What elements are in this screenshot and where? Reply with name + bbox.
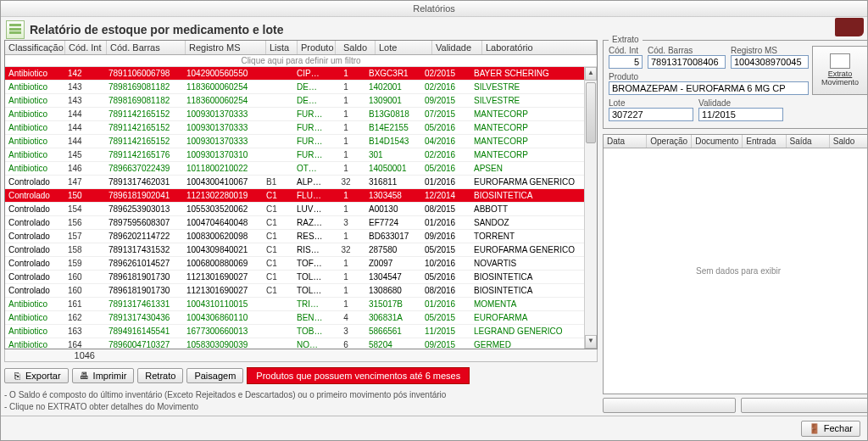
- table-row[interactable]: Antibiotico14478911421651521009301370333…: [5, 121, 584, 135]
- table-row[interactable]: Antibiotico14278911060067981042900560550…: [5, 67, 584, 81]
- grid-scrollbar[interactable]: ▲ ▼: [584, 67, 597, 349]
- table-row[interactable]: Controlado15678975956083071004704640048C…: [5, 216, 584, 230]
- table-row[interactable]: Antibiotico14578911421651761009301370310…: [5, 148, 584, 162]
- cell: DERMACERIUM HS GEL 1 % GEL 15G: [293, 94, 326, 107]
- table-row[interactable]: Controlado15078961819020411121302280019C…: [5, 189, 584, 203]
- cell: 1009301370333: [183, 121, 263, 134]
- cell: C1: [263, 257, 293, 270]
- cell: 7897595608307: [105, 216, 183, 229]
- table-row[interactable]: Antibiotico14478911421651521009301370333…: [5, 135, 584, 148]
- extrato-cod-input[interactable]: [609, 55, 643, 69]
- cell: 7896253903013: [105, 203, 183, 215]
- ext-col-data[interactable]: Data: [604, 135, 647, 148]
- close-button[interactable]: 🚪Fechar: [801, 421, 860, 437]
- cell: 1: [326, 148, 365, 161]
- window: Relatórios Relatório de estoque por medi…: [0, 0, 868, 441]
- ext-col-saida[interactable]: Saída: [787, 135, 830, 148]
- cell: 1: [326, 203, 365, 215]
- col-lote[interactable]: Lote: [376, 41, 432, 54]
- cell: C1: [263, 284, 293, 297]
- table-row[interactable]: Controlado15778962021147221008300620098C…: [5, 230, 584, 243]
- extrato-lote-input[interactable]: [609, 108, 693, 121]
- landscape-button[interactable]: Paisagem: [186, 368, 243, 383]
- table-row[interactable]: Antibiotico16278913174304361004306860110…: [5, 311, 584, 325]
- table-row[interactable]: Controlado15878913174315321004309840021C…: [5, 243, 584, 257]
- cell: Antibiotico: [5, 81, 64, 93]
- cell: 1121301690027: [183, 271, 263, 283]
- cell: DERMACERIUM HS GEL 1 % GEL 15G: [293, 81, 326, 93]
- cell: [263, 67, 293, 80]
- table-row[interactable]: Controlado15478962539030131055303520062C…: [5, 203, 584, 216]
- cell: 7891317430436: [105, 311, 183, 324]
- table-row[interactable]: Antibiotico16378949161455411677300660013…: [5, 325, 584, 338]
- filter-hint[interactable]: Clique aqui para definir um filtro: [5, 55, 597, 67]
- cell: 1058303090039: [183, 338, 263, 349]
- ext-col-operacao[interactable]: Operação: [647, 135, 692, 148]
- cell: 164: [64, 338, 105, 349]
- cell: 1: [326, 81, 365, 93]
- cell: 05/2015: [421, 243, 470, 256]
- extrato-produto-input[interactable]: [609, 81, 809, 95]
- cell: 1303458: [365, 189, 421, 202]
- col-laboratorio[interactable]: Laboratório: [482, 41, 597, 54]
- table-row[interactable]: Controlado15978962610145271006800880069C…: [5, 257, 584, 271]
- table-row[interactable]: Antibiotico14478911421651521009301370333…: [5, 108, 584, 121]
- cell: 4: [326, 311, 365, 324]
- cell: 161: [64, 298, 105, 310]
- scroll-up-icon[interactable]: ▲: [585, 67, 597, 81]
- table-row[interactable]: Antibiotico14678966370224391011800210022…: [5, 162, 584, 176]
- grid-header[interactable]: Classificação Cód. Int Cód. Barras Regis…: [5, 41, 597, 55]
- col-validade[interactable]: Validade: [432, 41, 482, 54]
- export-button[interactable]: ⎘Exportar: [4, 368, 69, 383]
- window-title: Relatórios: [1, 1, 867, 17]
- extrato-registro-input[interactable]: [731, 55, 809, 69]
- cell: C1: [263, 189, 293, 202]
- grid-body[interactable]: Antibiotico14278911060067981042900560550…: [5, 67, 584, 349]
- ext-col-entrada[interactable]: Entrada: [743, 135, 786, 148]
- cell: 08/2016: [421, 284, 470, 297]
- cell: 145: [64, 148, 105, 161]
- cell: 7891106006798: [105, 67, 183, 80]
- col-classificacao[interactable]: Classificação: [5, 41, 65, 54]
- cell: 11/2015: [421, 325, 470, 338]
- col-saldo[interactable]: Saldo: [336, 41, 376, 54]
- extrato-validade-input[interactable]: [698, 108, 783, 121]
- ext-col-documento[interactable]: Documento: [692, 135, 743, 148]
- extrato-action-1[interactable]: [603, 398, 736, 413]
- scroll-thumb[interactable]: [586, 82, 596, 143]
- col-lista[interactable]: Lista: [266, 41, 298, 54]
- table-row[interactable]: Antibiotico16478960047103271058303090039…: [5, 338, 584, 349]
- cell: 7898169081182: [105, 94, 183, 107]
- print-button[interactable]: 🖶Imprimir: [72, 368, 135, 383]
- cell: 1: [326, 94, 365, 107]
- cell: 58204: [365, 338, 421, 349]
- table-row[interactable]: Antibiotico16178913174613311004310110015…: [5, 298, 584, 311]
- cell: 02/2015: [421, 67, 470, 80]
- portrait-button[interactable]: Retrato: [137, 368, 183, 383]
- extrato-barras-input[interactable]: [648, 55, 726, 69]
- ext-col-saldo[interactable]: Saldo: [830, 135, 868, 148]
- cell: 1042900560550: [183, 67, 263, 80]
- cell: Antibiotico: [5, 311, 64, 324]
- cell: 1402001: [365, 81, 421, 93]
- report-icon: [6, 20, 25, 39]
- table-row[interactable]: Antibiotico14378981690811821183600060254…: [5, 81, 584, 94]
- cell: 7896004710327: [105, 338, 183, 349]
- extrato-movimento-button[interactable]: ExtratoMovimento: [812, 46, 868, 95]
- table-row[interactable]: Controlado14778913174620311004300410067B…: [5, 176, 584, 189]
- col-registro-ms[interactable]: Registro MS: [186, 41, 266, 54]
- col-produto[interactable]: Produto: [298, 41, 336, 54]
- table-row[interactable]: Controlado16078961819017301121301690027C…: [5, 271, 584, 284]
- col-cod-int[interactable]: Cód. Int: [65, 41, 107, 54]
- col-cod-barras[interactable]: Cód. Barras: [107, 41, 186, 54]
- scroll-down-icon[interactable]: ▼: [585, 335, 597, 349]
- cell: 143: [64, 81, 105, 93]
- extrato-action-2[interactable]: [741, 398, 868, 413]
- brand-logo: [835, 18, 864, 36]
- table-row[interactable]: Antibiotico14378981690811821183600060254…: [5, 94, 584, 108]
- cell: LEGRAND GENERICO: [470, 325, 584, 338]
- cell: 05/2016: [421, 121, 470, 134]
- cell: 1121302280019: [183, 189, 263, 202]
- table-row[interactable]: Controlado16078961819017301121301690027C…: [5, 284, 584, 298]
- cell: 7896181902041: [105, 189, 183, 202]
